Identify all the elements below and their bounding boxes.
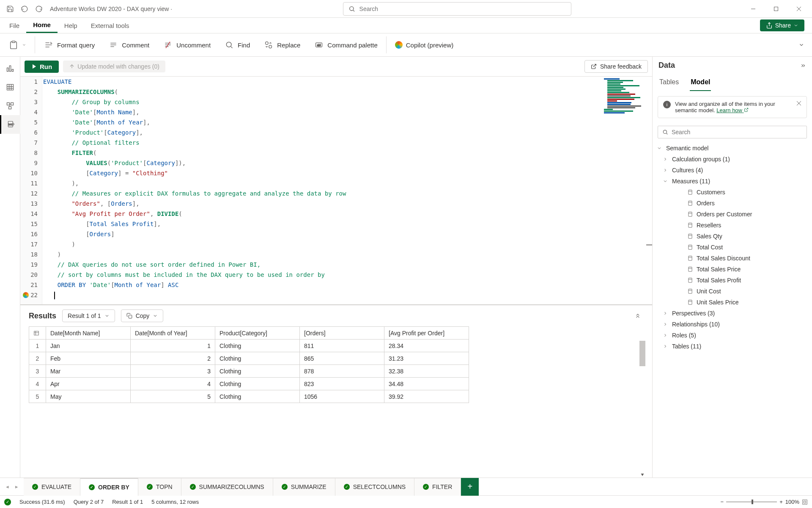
- column-header[interactable]: Product[Category]: [215, 327, 300, 340]
- minimize-button[interactable]: [742, 0, 765, 18]
- tree-measures[interactable]: Measures (11): [654, 176, 810, 187]
- minimap[interactable]: [604, 78, 646, 163]
- tab-tables[interactable]: Tables: [658, 76, 680, 91]
- tab-file[interactable]: File: [3, 19, 26, 33]
- tree-measure-item[interactable]: Sales Qty: [654, 231, 810, 242]
- result-selector[interactable]: Result 1 of 1: [62, 309, 115, 322]
- results-title: Results: [29, 312, 56, 320]
- select-all-cell[interactable]: [29, 327, 46, 340]
- tree-measure-item[interactable]: Customers: [654, 187, 810, 198]
- report-view-button[interactable]: [0, 59, 20, 78]
- model-search-input[interactable]: [672, 129, 802, 135]
- tree-perspectives[interactable]: Perspectives (3): [654, 308, 810, 319]
- query-tab[interactable]: ✓TOPN: [138, 478, 181, 496]
- copy-button[interactable]: Copy: [121, 309, 164, 322]
- model-view-button[interactable]: [0, 97, 20, 115]
- tree-roles[interactable]: Roles (5): [654, 330, 810, 341]
- tree-tables[interactable]: Tables (11): [654, 341, 810, 352]
- tree-calc-groups[interactable]: Calculation groups (1): [654, 154, 810, 165]
- tree-measure-item[interactable]: Orders per Customer: [654, 209, 810, 220]
- table-row[interactable]: 2Feb2Clothing86531.23: [29, 352, 469, 365]
- table-row[interactable]: 1Jan1Clothing81128.34: [29, 340, 469, 352]
- svg-rect-77: [689, 234, 692, 239]
- svg-marker-39: [33, 64, 36, 69]
- check-icon: ✓: [32, 484, 38, 490]
- code-editor[interactable]: 12345678910111213141516171819202122 EVAL…: [20, 76, 652, 305]
- close-info-button[interactable]: [796, 101, 801, 113]
- command-palette-button[interactable]: abl Command palette: [307, 33, 384, 56]
- run-button[interactable]: Run: [25, 61, 59, 73]
- comment-button[interactable]: Comment: [102, 33, 156, 56]
- undo-button[interactable]: [19, 3, 30, 15]
- global-search-box[interactable]: [343, 2, 571, 16]
- redo-button[interactable]: [33, 3, 45, 15]
- share-button[interactable]: Share: [760, 19, 804, 31]
- ribbon-collapse-button[interactable]: [798, 42, 810, 48]
- paste-button[interactable]: [2, 33, 33, 56]
- column-header[interactable]: Date[Month of Year]: [131, 327, 215, 340]
- svg-point-20: [266, 42, 269, 45]
- query-tab[interactable]: ✓SELECTCOLUMNS: [335, 478, 414, 496]
- svg-rect-25: [9, 66, 11, 71]
- tree-measure-item[interactable]: Unit Sales Price: [654, 297, 810, 308]
- table-row[interactable]: 4Apr4Clothing82334.48: [29, 378, 469, 390]
- tab-external-tools[interactable]: External tools: [84, 19, 136, 33]
- tree-measure-item[interactable]: Total Sales Price: [654, 264, 810, 275]
- uncomment-button[interactable]: Uncomment: [156, 33, 217, 56]
- share-feedback-button[interactable]: Share feedback: [584, 60, 648, 73]
- svg-rect-83: [689, 245, 692, 250]
- collapse-pane-button[interactable]: [800, 63, 806, 69]
- table-view-button[interactable]: [0, 78, 20, 97]
- tree-measure-item[interactable]: Total Sales Profit: [654, 275, 810, 286]
- fit-icon[interactable]: [802, 499, 808, 505]
- window-controls: [742, 0, 810, 18]
- copilot-button[interactable]: Copilot (preview): [388, 33, 461, 56]
- tree-measure-item[interactable]: Total Sales Discount: [654, 253, 810, 264]
- zoom-slider[interactable]: [726, 501, 777, 502]
- maximize-button[interactable]: [765, 0, 787, 18]
- query-tab[interactable]: ✓SUMMARIZE: [273, 478, 335, 496]
- tree-semantic-model[interactable]: Semantic model: [654, 143, 810, 154]
- learn-how-link[interactable]: Learn how: [716, 107, 748, 113]
- query-tab[interactable]: ✓ORDER BY: [80, 478, 138, 496]
- collapse-results-button[interactable]: [634, 312, 644, 319]
- tree-measure-item[interactable]: Orders: [654, 198, 810, 209]
- tree-relationships[interactable]: Relationships (10): [654, 319, 810, 330]
- tab-model[interactable]: Model: [690, 76, 711, 91]
- qtab-next[interactable]: ▸: [13, 483, 20, 490]
- add-query-button[interactable]: +: [461, 478, 479, 496]
- find-button[interactable]: Find: [217, 33, 257, 56]
- search-icon: [348, 6, 355, 12]
- qtab-prev[interactable]: ◂: [3, 483, 11, 490]
- save-button[interactable]: [4, 3, 16, 15]
- results-scrollbar[interactable]: [639, 341, 645, 478]
- close-button[interactable]: [787, 0, 810, 18]
- results-grid[interactable]: Date[Month Name]Date[Month of Year]Produ…: [29, 326, 469, 403]
- query-tab[interactable]: ✓FILTER: [414, 478, 461, 496]
- column-header[interactable]: [Orders]: [300, 327, 384, 340]
- dax-view-button[interactable]: DAX: [0, 115, 20, 134]
- tree-measure-item[interactable]: Total Cost: [654, 242, 810, 253]
- table-row[interactable]: 5May5Clothing105639.92: [29, 390, 469, 403]
- editor-scrollbar-y[interactable]: [646, 77, 652, 300]
- format-query-button[interactable]: Format query: [37, 33, 102, 56]
- model-search-box[interactable]: [658, 126, 807, 138]
- zoom-in-button[interactable]: +: [779, 499, 783, 505]
- tree-measure-item[interactable]: Unit Cost: [654, 286, 810, 297]
- global-search-input[interactable]: [359, 6, 566, 12]
- tree-cultures[interactable]: Cultures (4): [654, 165, 810, 176]
- column-header[interactable]: [Avg Profit per Order]: [384, 327, 469, 340]
- column-header[interactable]: Date[Month Name]: [46, 327, 131, 340]
- replace-button[interactable]: Replace: [257, 33, 307, 56]
- svg-line-1: [353, 10, 354, 11]
- table-row[interactable]: 3Mar3Clothing87832.38: [29, 365, 469, 378]
- query-tab[interactable]: ✓SUMMARIZECOLUMNS: [181, 478, 273, 496]
- tab-help[interactable]: Help: [58, 19, 84, 33]
- zoom-out-button[interactable]: −: [721, 499, 724, 505]
- clipboard-icon: [8, 40, 19, 50]
- tab-home[interactable]: Home: [26, 18, 58, 33]
- tree-measure-item[interactable]: Resellers: [654, 220, 810, 231]
- copilot-inline-icon[interactable]: [23, 292, 29, 298]
- code-area[interactable]: EVALUATE SUMMARIZECOLUMNS( // Group by c…: [42, 77, 652, 304]
- query-tab[interactable]: ✓EVALUATE: [24, 478, 80, 496]
